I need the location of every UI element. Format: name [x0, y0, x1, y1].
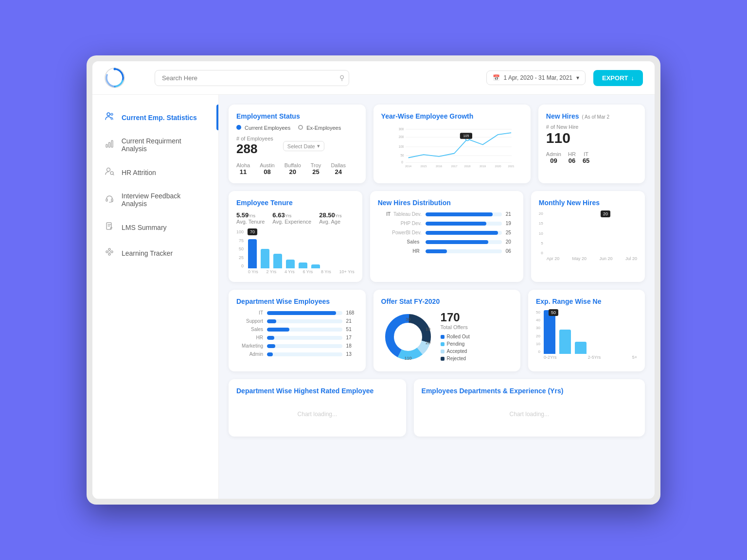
- dept-admin: Admin 09: [546, 151, 561, 164]
- dist-bar-row: PowerBI Dev.25: [378, 230, 516, 235]
- svg-point-0: [105, 68, 124, 88]
- tenure-title: Employee Tenure: [236, 199, 355, 207]
- sidebar-item-lms-summary[interactable]: LMS Summary: [92, 214, 218, 240]
- emp-dept-title: Employees Departments & Experience (Yrs): [422, 387, 637, 395]
- dist-bar-fill: [426, 240, 488, 244]
- offer-donut-chart: 30 10 20 110: [381, 310, 435, 364]
- dept-hr: HR 06: [568, 151, 576, 164]
- employee-count-label: # of Employees: [236, 136, 273, 141]
- sidebar-item-learning-tracker[interactable]: Learning Tracker: [92, 240, 218, 266]
- horiz-fill: [267, 311, 336, 315]
- svg-text:20: 20: [426, 340, 430, 345]
- tenure-bar-col: 70: [248, 239, 257, 268]
- search-input[interactable]: [155, 70, 349, 86]
- total-offers-num: 170: [441, 311, 470, 324]
- city-aloha: Aloha 11: [236, 162, 250, 175]
- legend-rolled: Rolled Out: [441, 334, 470, 339]
- tenure-bar: [286, 260, 295, 268]
- donut-wrap: 30 10 20 110 170 Total Offers: [381, 310, 513, 364]
- city-austin: Austin 08: [260, 162, 275, 175]
- svg-point-14: [111, 251, 113, 253]
- svg-text:2021: 2021: [508, 165, 514, 168]
- svg-point-12: [106, 251, 108, 253]
- employee-count-group: # of Employees 288: [236, 136, 273, 157]
- monthly-tooltip: 20: [601, 210, 610, 217]
- bar-chart-wrap: 70 0 Yrs2 Yrs4 Yrs6 Yrs8 Yrs10+ Yrs: [248, 229, 355, 274]
- employment-status-card: Employment Status Current Employees Ex-E…: [229, 105, 366, 183]
- new-hires-card: New Hires ( As of Mar 2 # of New Hire 11…: [538, 105, 645, 183]
- sidebar-item-current-emp[interactable]: Current Emp. Statistics: [92, 105, 218, 130]
- dist-bar-track: [426, 249, 502, 253]
- emp-status-title: Employment Status: [236, 112, 358, 120]
- horiz-bar-row: Marketing18: [236, 343, 358, 349]
- sidebar-item-interview-feedback[interactable]: Interview Feedback Analysis: [92, 185, 218, 214]
- legend-row: Current Employees Ex-Employees: [236, 125, 358, 131]
- horiz-fill: [267, 328, 289, 332]
- date-range-label: 1 Apr, 2020 - 31 Mar, 2021: [504, 74, 572, 81]
- row-4: Department Wise Highest Rated Employee C…: [229, 379, 645, 437]
- sidebar-item-label: Current Requirment Analysis: [122, 137, 207, 153]
- sidebar-item-current-req[interactable]: Current Requirment Analysis: [92, 130, 218, 159]
- tenure-bar-col: [311, 264, 320, 268]
- monthly-y-axis: 20151050: [539, 211, 545, 255]
- horiz-bar-row: Admin13: [236, 351, 358, 357]
- legend-rejected: Rejected: [441, 356, 470, 361]
- horiz-bar-row: Sales51: [236, 327, 358, 332]
- dept-emp-card: Department Wise Employees IT168Support21…: [229, 290, 366, 371]
- horiz-label: IT: [236, 310, 263, 315]
- exp-bar-2: [559, 330, 571, 354]
- tenure-bar-col: [286, 260, 295, 268]
- exp-bar-1: [544, 310, 555, 354]
- emp-dept-card: Employees Departments & Experience (Yrs)…: [414, 379, 645, 437]
- export-button[interactable]: EXPORT ↓: [593, 70, 643, 86]
- sidebar-item-label: Learning Tracker: [122, 249, 173, 257]
- svg-text:100: 100: [398, 145, 404, 148]
- tenure-avg: 5.59Yrs Avg. Tenure: [236, 211, 265, 225]
- sidebar-item-hr-attrition[interactable]: HR Attrition: [92, 159, 218, 185]
- monthly-x-axis: Apr 20May 20Jun 20Jul 20: [547, 256, 637, 261]
- employee-count: 288: [236, 141, 273, 157]
- age-avg: 28.50Yrs Avg. Age: [319, 211, 341, 225]
- horiz-track: [267, 344, 342, 348]
- dist-bar-list: ITTableau Dev.21PHP Dev.19PowerBI Dev.25…: [378, 211, 516, 254]
- header-right: 📅 1 Apr, 2020 - 31 Mar, 2021 ▾ EXPORT ↓: [486, 70, 643, 86]
- city-troy: Troy 25: [311, 162, 321, 175]
- exp-bars-wrap: 50: [544, 310, 637, 360]
- exp-bars-chart: 50: [544, 310, 637, 354]
- dist-bar-track: [426, 240, 502, 244]
- dist-bar-track: [426, 222, 502, 226]
- exp-chart-area: 50403020100 50: [536, 310, 637, 360]
- tenure-bar: [311, 264, 320, 268]
- tenure-bar: [299, 262, 307, 268]
- city-dallas: Dallas 24: [331, 162, 346, 175]
- horiz-label: Sales: [236, 327, 263, 332]
- growth-chart: 300 200 100 50 0: [381, 125, 523, 169]
- y-axis: 1007550250: [236, 229, 245, 268]
- legend-pending: Pending: [441, 341, 470, 347]
- content-area: Employment Status Current Employees Ex-E…: [219, 95, 655, 499]
- screen: ⚲ 📅 1 Apr, 2020 - 31 Mar, 2021 ▾ EXPORT …: [92, 61, 655, 499]
- dist-bar-row: HR06: [378, 248, 516, 254]
- horiz-track: [267, 352, 342, 356]
- dept-rated-placeholder: Chart loading...: [236, 400, 398, 429]
- monthly-bars-wrap: 20 Apr 20May 20Jun 20Jul 20: [547, 211, 637, 261]
- horiz-track: [267, 328, 342, 332]
- dist-val: 20: [506, 239, 516, 245]
- person-search-icon: [104, 166, 115, 178]
- date-picker[interactable]: 📅 1 Apr, 2020 - 31 Mar, 2021 ▾: [486, 70, 586, 85]
- horiz-fill: [267, 336, 274, 340]
- tenure-bar-col: [273, 254, 282, 268]
- horiz-label: HR: [236, 335, 263, 340]
- exp-range-card: Exp. Range Wise Ne 50403020100 50: [528, 290, 645, 371]
- new-hires-as-of: ( As of Mar 2: [582, 114, 610, 120]
- monthly-chart-area: 20151050 20 Apr 20May 20Jun 20Jul 20: [539, 211, 637, 261]
- svg-point-15: [108, 253, 110, 255]
- tenure-bar-chart: 70: [248, 229, 355, 268]
- horiz-track: [267, 336, 342, 340]
- horiz-val: 21: [346, 318, 358, 324]
- new-hire-count: 110: [546, 130, 637, 146]
- offer-legend: Rolled Out Pending Accepted: [441, 334, 470, 361]
- row-2: Employee Tenure 5.59Yrs Avg. Tenure 6.63…: [229, 191, 645, 282]
- experience-avg: 6.63Yrs Avg. Experience: [272, 211, 311, 225]
- select-date-dropdown[interactable]: Select Date ▾: [283, 141, 324, 151]
